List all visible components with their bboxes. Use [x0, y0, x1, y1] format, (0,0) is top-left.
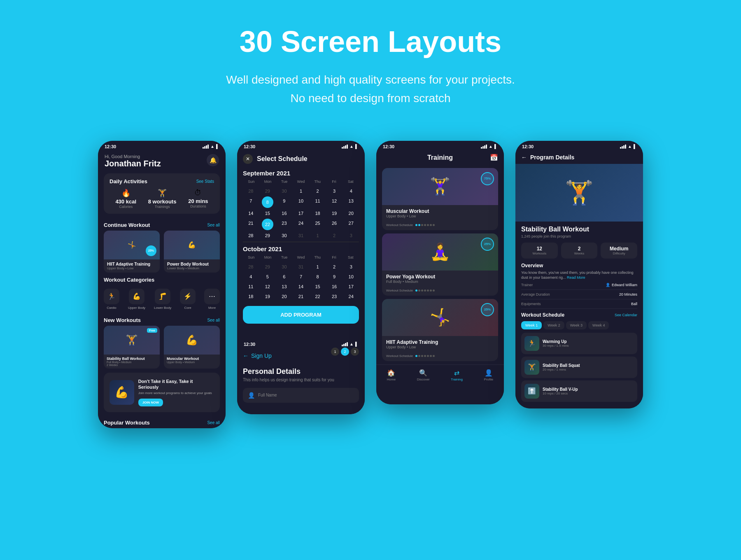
popular-see-all[interactable]: See all — [207, 420, 220, 425]
discover-nav-icon: 🔍 — [419, 369, 427, 377]
program-hero-image: 🏋️ — [515, 164, 643, 222]
signup-back-label: Sign Up — [251, 352, 272, 359]
continue-see-all[interactable]: See all — [207, 223, 220, 227]
promo-title: Don't Take it Easy, Take it Seriously — [138, 378, 214, 390]
duration-detail: Average Duration 20 Minutes — [521, 290, 637, 299]
status-time-2: 12:30 — [244, 144, 255, 149]
back-arrow-icon: ← — [243, 352, 249, 359]
category-cardio[interactable]: 🏃 Cardio — [104, 289, 119, 310]
yoga-schedule-dots: Workout Schedule — [382, 287, 498, 296]
muscular-card-image: 💪 — [164, 326, 220, 355]
see-calendar-link[interactable]: See Calendar — [615, 313, 637, 317]
step-indicators: 1 2 3 — [331, 348, 359, 356]
avg-duration-label: Average Duration — [521, 292, 550, 296]
trainer-label: Trainer — [521, 283, 533, 287]
full-name-field[interactable]: 👤 Full Name — [243, 388, 359, 403]
step-1-dot: 1 — [331, 348, 339, 356]
nav-home[interactable]: 🏠 Home — [387, 369, 396, 381]
continue-workout-cards: 🤸 25% HIIT Adaptive Training Upper Body … — [98, 231, 226, 277]
category-lower[interactable]: 🦵 Lower Body — [154, 289, 171, 310]
profile-nav-label: Profile — [484, 378, 493, 381]
yoga-training-card[interactable]: 🧘‍♀️ 25% Power Yoga Workout Full Body • … — [382, 233, 498, 296]
status-bar-2: 12:30 ▲ ▌ — [237, 141, 365, 151]
categories-title: Workout Categories — [104, 277, 154, 283]
status-icons-2b: ▲ ▌ — [342, 342, 358, 346]
avg-duration-value: 20 Minutes — [619, 292, 637, 296]
wifi-icon-4: ▲ — [628, 144, 632, 149]
workout-categories: Workout Categories 🏃 Cardio 💪 Upper Body… — [98, 277, 226, 314]
user-name: Jonathan Fritz — [105, 159, 161, 168]
cardio-label: Cardio — [107, 306, 117, 310]
add-program-button[interactable]: ADD PROGRAM — [243, 306, 359, 324]
signal-icon-2 — [342, 145, 348, 149]
warming-up-name: Warming Up — [543, 339, 569, 344]
wifi-icon-1: ▲ — [210, 144, 214, 149]
hiit-card[interactable]: 🤸 25% HIIT Adaptive Training Upper Body … — [104, 231, 160, 273]
program-stats: 12 Workouts 2 Weeks Medium Difficulty — [521, 243, 637, 259]
week-3-tab[interactable]: Week 3 — [566, 321, 587, 329]
phones-container: 12:30 ▲ ▌ Hi, Good Morning Jonathan F — [0, 124, 741, 453]
fire-icon: 🔥 — [115, 189, 136, 198]
calendar-icon[interactable]: 📅 — [490, 154, 498, 161]
exercise-vup[interactable]: ⬆️ Stability Ball V-Up 10 reps / 20 secs — [521, 380, 637, 402]
muscular-schedule-dots: Workout Schedule — [382, 222, 498, 230]
nav-profile[interactable]: 👤 Profile — [484, 369, 493, 381]
signup-back-button[interactable]: ← Sign Up — [243, 352, 272, 359]
hiit-training-card[interactable]: 🤸‍♀️ 25% HIIT Adaptive Training Upper Bo… — [382, 299, 498, 361]
squat-thumb: 🏋️ — [524, 360, 539, 375]
join-now-button[interactable]: JOIN NOW — [138, 399, 163, 406]
exercise-warming-up[interactable]: 🏃 Warming Up 30 reps / 1.5 mins — [521, 333, 637, 354]
sep-22-selected[interactable]: 22 — [262, 219, 273, 230]
exercise-squat[interactable]: 🏋️ Stability Ball Squat 20 reps / 1 mins — [521, 357, 637, 378]
week-2-tab[interactable]: Week 2 — [543, 321, 564, 329]
person-icon: 🤸 — [128, 241, 136, 249]
notification-bell-icon[interactable]: 🔔 — [207, 154, 219, 166]
program-back-icon[interactable]: ← — [521, 154, 527, 161]
muscular-training-card[interactable]: 🏋️‍♀️ 75% Muscular Workout Upper Body • … — [382, 168, 498, 230]
user-icon: 👤 — [248, 392, 255, 399]
september-days: 28 29 30 1 2 3 4 7 8 9 10 11 12 13 14 15… — [237, 187, 365, 240]
see-stats-link[interactable]: See Stats — [196, 179, 214, 184]
nav-discover[interactable]: 🔍 Discover — [417, 369, 430, 381]
power-card[interactable]: 💪 Power Body Workout Lower Body • Medium — [164, 231, 220, 273]
hiit-progress3: 25% — [481, 303, 494, 316]
greeting-text: Hi, Good Morning — [105, 154, 161, 159]
sep-8-selected[interactable]: 8 — [262, 196, 273, 208]
phone-calendar: 12:30 ▲ ▌ ✕ Select Schedule Septembe — [237, 141, 365, 414]
week-1-tab[interactable]: Week 1 — [521, 321, 542, 329]
stability-card[interactable]: 🏋 Free Stability Ball Workout Full Body … — [104, 326, 160, 369]
status-bar-2b: 12:30 ▲ ▌ — [237, 338, 365, 348]
calendar-close-icon[interactable]: ✕ — [243, 154, 253, 164]
calories-value: 430 kcal — [115, 198, 136, 205]
stability-card-image: 🏋 Free — [104, 326, 160, 355]
nav-training[interactable]: ⇄ Training — [451, 369, 463, 381]
status-bar-4: 12:30 ▲ ▌ — [515, 141, 643, 151]
new-workouts-see-all[interactable]: See all — [207, 318, 220, 322]
home-header: Hi, Good Morning Jonathan Fritz 🔔 — [98, 151, 226, 173]
muscular-card[interactable]: 💪 Muscular Workout Upper Body • Medium — [164, 326, 220, 369]
power-title: Power Body Workout — [167, 262, 217, 266]
category-core[interactable]: ⚡ Core — [180, 289, 196, 310]
week-4-tab[interactable]: Week 4 — [588, 321, 609, 329]
power-card-image: 💪 — [164, 231, 220, 259]
status-time-2b: 12:30 — [244, 342, 255, 347]
program-header-title: Program Details — [530, 154, 574, 161]
core-icon: ⚡ — [180, 289, 196, 304]
muscular-sub: Upper Body • Medium — [167, 361, 217, 364]
yoga-person-icon: 🧘‍♀️ — [430, 242, 450, 261]
hiit-card-image: 🤸 25% — [104, 231, 160, 259]
promo-desc: Join more workout programs to achieve yo… — [138, 391, 214, 395]
program-name: Stability Ball Workout — [521, 226, 637, 233]
free-badge: Free — [147, 328, 157, 333]
category-more[interactable]: ⋯ More — [204, 289, 220, 310]
promo-image: 💪 — [110, 380, 134, 405]
difficulty-value: Medium — [603, 246, 635, 252]
hiit-card-sub: Upper Body • Low — [386, 345, 494, 349]
status-icons-1: ▲ ▌ — [203, 144, 219, 149]
more-icon: ⋯ — [204, 289, 220, 304]
phone-training: 12:30 ▲ ▌ Training 📅 — [376, 141, 504, 404]
category-upper[interactable]: 💪 Upper Body — [128, 289, 145, 310]
yoga-card-sub: Full Body • Medium — [386, 280, 494, 284]
status-icons-3: ▲ ▌ — [481, 144, 497, 149]
read-more-link[interactable]: Read More — [567, 275, 585, 280]
